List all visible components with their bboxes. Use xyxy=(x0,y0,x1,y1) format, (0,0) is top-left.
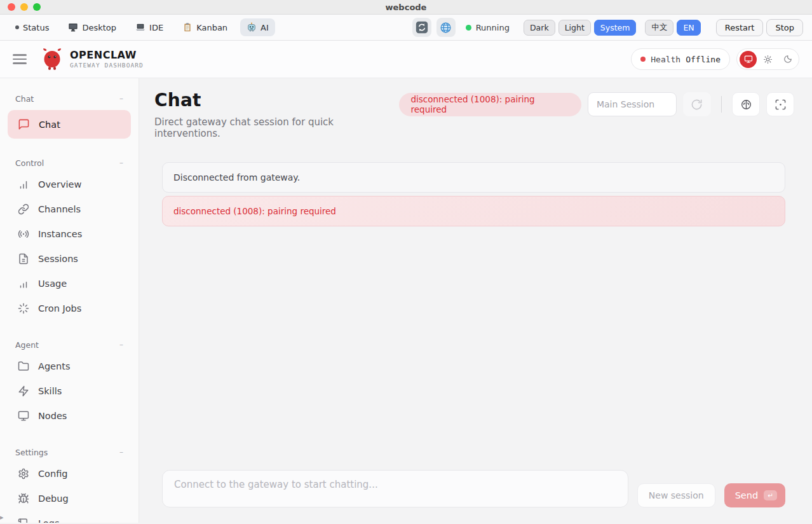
globe-button[interactable] xyxy=(436,18,456,37)
sidebar-item-logs[interactable]: Logs xyxy=(0,511,139,523)
titlebar: webcode xyxy=(0,0,812,15)
scan-focus-icon xyxy=(775,99,787,111)
tab-label: IDE xyxy=(149,23,163,32)
chat-page: Chat Direct gateway chat session for qui… xyxy=(139,78,812,523)
robot-icon xyxy=(247,22,257,32)
tab-kanban[interactable]: Kanban xyxy=(176,18,234,36)
running-dot-icon xyxy=(466,25,471,31)
window-title: webcode xyxy=(0,3,812,12)
enter-key-icon: ↵ xyxy=(764,490,777,500)
tab-label: AI xyxy=(261,23,269,32)
lang-en-button[interactable]: EN xyxy=(677,20,700,36)
sidebar-item-cron-jobs[interactable]: Cron Jobs xyxy=(0,296,139,321)
link-icon xyxy=(18,203,29,215)
brand-name: OPENCLAW xyxy=(70,50,144,61)
connection-status-badge: disconnected (1008): pairing required xyxy=(399,93,581,116)
app-header: OPENCLAW GATEWAY DASHBOARD Health Offlin… xyxy=(0,41,812,78)
bug-icon xyxy=(18,493,29,504)
bar-chart-icon xyxy=(18,179,29,190)
brain-icon xyxy=(740,99,752,111)
sidebar-item-channels[interactable]: Channels xyxy=(0,197,139,221)
sidebar-item-overview[interactable]: Overview xyxy=(0,172,139,197)
theme-light-button[interactable]: Light xyxy=(558,20,591,36)
sidebar-item-label: Agents xyxy=(38,361,70,371)
sidebar-item-label: Usage xyxy=(38,279,67,289)
page-title: Chat xyxy=(154,90,399,111)
running-label: Running xyxy=(476,23,510,32)
brand-subtitle: GATEWAY DASHBOARD xyxy=(70,62,144,69)
sidebar-section-chat[interactable]: Chat – xyxy=(0,92,139,105)
desktop-icon xyxy=(68,22,78,32)
theme-light-toggle[interactable] xyxy=(759,51,776,68)
sidebar-item-label: Instances xyxy=(38,229,82,239)
tab-status[interactable]: Status xyxy=(9,19,55,36)
sidebar-item-nodes[interactable]: Nodes xyxy=(0,403,139,428)
monitor-icon xyxy=(18,410,29,422)
sidebar-section-settings[interactable]: Settings – xyxy=(0,446,139,459)
file-text-icon xyxy=(18,253,29,265)
sidebar-item-label: Channels xyxy=(38,204,81,214)
session-name-input[interactable] xyxy=(588,92,677,116)
refresh-button[interactable] xyxy=(683,92,711,116)
sidebar-item-label: Chat xyxy=(39,120,60,130)
tab-desktop[interactable]: Desktop xyxy=(62,18,123,36)
folder-icon xyxy=(18,361,29,372)
collapse-icon: – xyxy=(119,94,123,103)
section-label: Control xyxy=(15,158,44,168)
sidebar-item-agents[interactable]: Agents xyxy=(0,354,139,378)
sidebar-item-label: Skills xyxy=(38,386,62,396)
health-dot-icon xyxy=(640,57,646,62)
sync-button[interactable] xyxy=(412,18,431,37)
new-session-button[interactable]: New session xyxy=(637,483,715,507)
monitor-icon xyxy=(744,55,753,64)
menu-toggle-button[interactable] xyxy=(13,54,27,64)
sidebar-item-debug[interactable]: Debug xyxy=(0,486,139,511)
stop-button[interactable]: Stop xyxy=(766,19,803,36)
restart-button[interactable]: Restart xyxy=(716,19,764,36)
focus-button[interactable] xyxy=(766,92,794,116)
chat-message-info: Disconnected from gateway. xyxy=(162,162,785,193)
sidebar-item-label: Debug xyxy=(38,493,69,504)
theme-system-toggle[interactable] xyxy=(740,51,757,68)
sidebar: Chat – Chat Control – Overview xyxy=(0,78,139,523)
toolbar-tabs: Status Desktop IDE Kanban AI xyxy=(9,18,275,36)
sidebar-item-label: Config xyxy=(38,469,68,479)
theme-system-button[interactable]: System xyxy=(594,20,637,36)
section-label: Settings xyxy=(15,448,48,457)
health-label: Health xyxy=(651,55,680,64)
refresh-icon xyxy=(691,99,703,111)
chevron-right-icon[interactable]: ▸ xyxy=(0,513,4,521)
sidebar-item-label: Logs xyxy=(38,518,59,523)
globe-icon xyxy=(440,22,452,34)
sidebar-item-sessions[interactable]: Sessions xyxy=(0,246,139,271)
sidebar-section-control[interactable]: Control – xyxy=(0,156,139,169)
sidebar-item-label: Nodes xyxy=(38,411,67,421)
tab-ide[interactable]: IDE xyxy=(129,18,170,36)
sync-icon xyxy=(416,21,428,34)
moon-icon xyxy=(783,55,792,64)
scroll-icon xyxy=(18,518,29,523)
brain-button[interactable] xyxy=(732,92,760,116)
tab-label: Status xyxy=(23,23,49,32)
theme-dark-button[interactable]: Dark xyxy=(524,20,555,36)
sidebar-item-usage[interactable]: Usage xyxy=(0,271,139,296)
sidebar-item-skills[interactable]: Skills xyxy=(0,378,139,403)
theme-toggle xyxy=(736,48,799,70)
send-button[interactable]: Send ↵ xyxy=(724,483,785,507)
chat-input[interactable] xyxy=(162,470,628,507)
tab-label: Desktop xyxy=(82,23,116,32)
sidebar-item-label: Sessions xyxy=(38,254,78,264)
sidebar-item-config[interactable]: Config xyxy=(0,461,139,486)
lang-zh-button[interactable]: 中文 xyxy=(645,20,673,36)
theme-dark-toggle[interactable] xyxy=(779,51,796,68)
sidebar-item-instances[interactable]: Instances xyxy=(0,221,139,246)
gear-icon xyxy=(18,468,29,479)
health-status-pill: Health Offline xyxy=(631,48,730,70)
radio-icon xyxy=(18,228,29,240)
tab-ai[interactable]: AI xyxy=(240,18,275,36)
send-label: Send xyxy=(735,490,759,500)
sidebar-item-chat[interactable]: Chat xyxy=(8,110,131,139)
sidebar-section-agent[interactable]: Agent – xyxy=(0,338,139,351)
page-subtitle: Direct gateway chat session for quick in… xyxy=(154,116,399,139)
sidebar-item-label: Cron Jobs xyxy=(38,303,81,314)
